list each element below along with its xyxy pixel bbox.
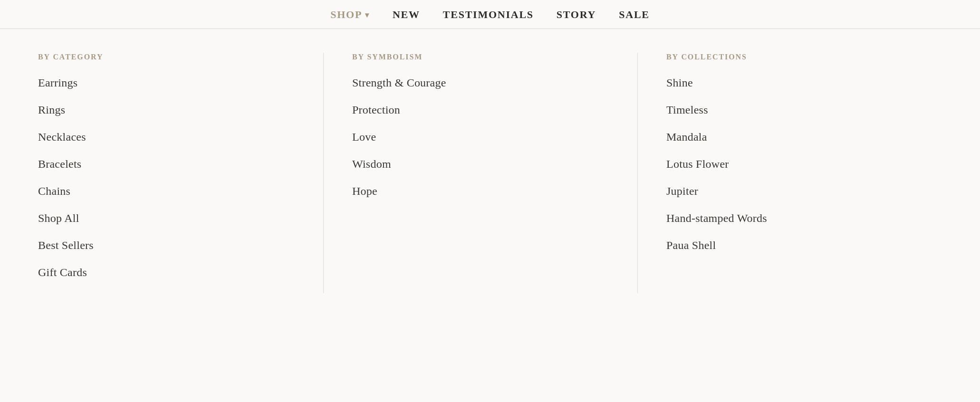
column-by-symbolism: BY SYMBOLISM Strength & Courage Protecti… <box>333 53 628 293</box>
nav-item-story[interactable]: STORY <box>557 9 596 21</box>
collection-lotus-flower[interactable]: Lotus Flower <box>666 158 923 171</box>
column-header-collections: BY COLLECTIONS <box>666 53 923 61</box>
nav-item-testimonials[interactable]: TESTIMONIALS <box>443 9 534 21</box>
column-by-category: BY CATEGORY Earrings Rings Necklaces Bra… <box>38 53 314 293</box>
collection-jupiter[interactable]: Jupiter <box>666 185 923 198</box>
category-earrings[interactable]: Earrings <box>38 77 295 89</box>
nav-item-shop[interactable]: SHOP ▾ <box>330 9 370 21</box>
symbolism-strength[interactable]: Strength & Courage <box>352 77 609 89</box>
symbolism-wisdom[interactable]: Wisdom <box>352 158 609 171</box>
nav-item-new[interactable]: NEW <box>393 9 420 21</box>
category-rings[interactable]: Rings <box>38 104 295 116</box>
chevron-down-icon: ▾ <box>365 10 370 19</box>
dropdown-menu: BY CATEGORY Earrings Rings Necklaces Bra… <box>0 29 980 322</box>
collection-paua-shell[interactable]: Paua Shell <box>666 239 923 252</box>
column-by-collections: BY COLLECTIONS Shine Timeless Mandala Lo… <box>647 53 942 293</box>
category-necklaces[interactable]: Necklaces <box>38 131 295 144</box>
category-chains[interactable]: Chains <box>38 185 295 198</box>
nav-bar: SHOP ▾ NEW TESTIMONIALS STORY SALE <box>0 0 980 29</box>
divider-2 <box>637 53 638 293</box>
column-header-symbolism: BY SYMBOLISM <box>352 53 609 61</box>
category-gift-cards[interactable]: Gift Cards <box>38 266 295 279</box>
divider-1 <box>323 53 324 293</box>
collection-mandala[interactable]: Mandala <box>666 131 923 144</box>
nav-item-sale[interactable]: SALE <box>619 9 650 21</box>
symbolism-protection[interactable]: Protection <box>352 104 609 116</box>
category-shop-all[interactable]: Shop All <box>38 212 295 225</box>
collection-shine[interactable]: Shine <box>666 77 923 89</box>
category-bracelets[interactable]: Bracelets <box>38 158 295 171</box>
symbolism-love[interactable]: Love <box>352 131 609 144</box>
collection-hand-stamped[interactable]: Hand-stamped Words <box>666 212 923 225</box>
symbolism-hope[interactable]: Hope <box>352 185 609 198</box>
shop-label: SHOP <box>330 9 362 21</box>
category-best-sellers[interactable]: Best Sellers <box>38 239 295 252</box>
column-header-category: BY CATEGORY <box>38 53 295 61</box>
collection-timeless[interactable]: Timeless <box>666 104 923 116</box>
